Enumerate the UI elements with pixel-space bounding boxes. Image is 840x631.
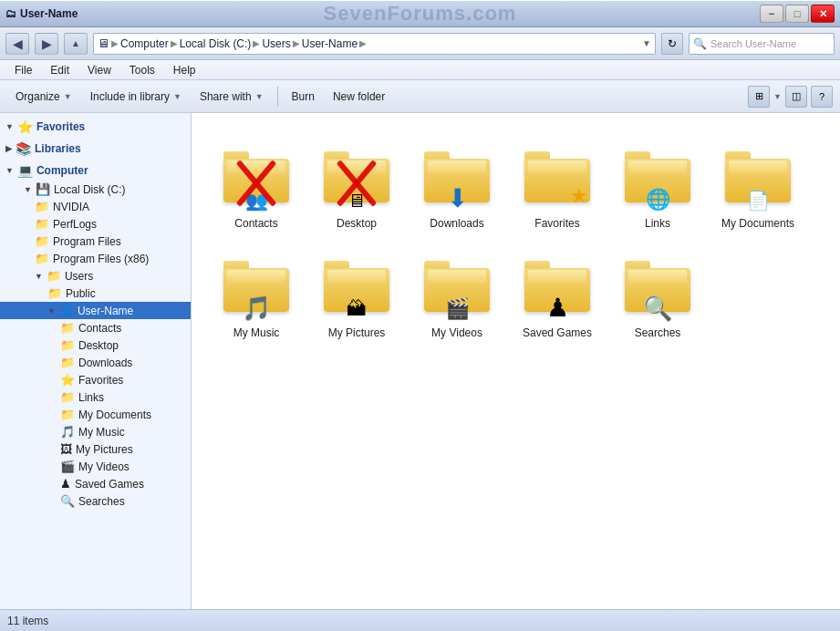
file-item-contacts[interactable]: 👥 Contacts: [206, 128, 306, 237]
back-button[interactable]: ◀: [5, 33, 29, 55]
breadcrumb-username[interactable]: User-Name: [302, 37, 358, 50]
expand-libraries-icon: ▶: [5, 144, 12, 153]
public-folder-icon: 📁: [47, 286, 62, 300]
view-toggle-button[interactable]: ⊞: [748, 86, 770, 108]
perflogs-folder-icon: 📁: [35, 217, 49, 231]
sidebar-item-favorites-sub[interactable]: ⭐ Favorites: [0, 371, 191, 388]
new-folder-button[interactable]: New folder: [325, 84, 393, 109]
sidebar-section-favorites: ▼ ⭐ Favorites: [0, 117, 191, 137]
sidebar-item-perflogs[interactable]: 📁 PerfLogs: [0, 215, 191, 233]
close-button[interactable]: ✕: [811, 5, 835, 23]
sidebar-users-label: Users: [65, 270, 93, 283]
file-item-searches[interactable]: 🔍 Searches: [607, 237, 708, 347]
sidebar-item-searches[interactable]: 🔍 Searches: [0, 492, 191, 510]
maximize-button[interactable]: □: [785, 5, 809, 23]
menu-help[interactable]: Help: [166, 62, 203, 78]
title-bar-buttons: − □ ✕: [760, 5, 835, 23]
sidebar-item-downloads[interactable]: 📁 Downloads: [0, 354, 191, 371]
help-button[interactable]: ?: [811, 86, 833, 108]
file-icon-my-pictures: 🏔: [320, 250, 393, 323]
address-bar[interactable]: 🖥 ▶ Computer ▶ Local Disk (C:) ▶ Users ▶…: [93, 33, 656, 55]
sidebar-item-local-disk[interactable]: ▼ 💾 Local Disk (C:): [0, 181, 191, 198]
sidebar-downloads-label: Downloads: [78, 357, 132, 369]
burn-button[interactable]: Burn: [284, 84, 323, 109]
mymusic-folder-icon: 🎵: [60, 425, 75, 439]
sidebar-item-my-videos[interactable]: 🎬 My Videos: [0, 458, 191, 475]
forward-button[interactable]: ▶: [35, 33, 58, 55]
sidebar-item-username[interactable]: ▼ 👤 User-Name: [0, 302, 191, 319]
breadcrumb-sep-3: ▶: [293, 38, 300, 48]
share-with-button[interactable]: Share with ▼: [192, 84, 272, 109]
sidebar-item-users[interactable]: ▼ 📁 Users: [0, 267, 191, 284]
sidebar-item-program-files[interactable]: 📁 Program Files: [0, 233, 191, 250]
file-item-my-videos[interactable]: 🎬 My Videos: [407, 237, 507, 347]
file-item-downloads[interactable]: ⬇ Downloads: [407, 128, 507, 237]
preview-pane-button[interactable]: ◫: [785, 86, 807, 108]
expand-localdisk-icon: ▼: [24, 185, 32, 194]
mymusic-folder-sheen: [227, 270, 285, 284]
window-title: User-Name: [20, 7, 78, 20]
menu-file[interactable]: File: [7, 62, 39, 78]
nvidia-folder-icon: 📁: [35, 200, 49, 213]
file-item-my-pictures[interactable]: 🏔 My Pictures: [306, 237, 407, 347]
file-icon-contacts: 👥: [220, 140, 293, 213]
address-dropdown-button[interactable]: ▼: [642, 38, 651, 48]
sidebar-item-my-pictures[interactable]: 🖼 My Pictures: [0, 440, 191, 458]
sidebar-item-links[interactable]: 📁 Links: [0, 388, 191, 406]
up-button[interactable]: ▲: [64, 33, 88, 55]
breadcrumb-disk[interactable]: Local Disk (C:): [180, 37, 252, 50]
searches-folder-icon: 🔍: [60, 494, 75, 508]
sidebar-item-desktop[interactable]: 📁 Desktop: [0, 336, 191, 354]
mydocuments-folder-icon: 📁: [60, 408, 75, 421]
file-item-desktop[interactable]: 🖥 Desktop: [306, 128, 407, 237]
minimize-button[interactable]: −: [760, 5, 783, 23]
sidebar-header-favorites[interactable]: ▼ ⭐ Favorites: [0, 117, 191, 137]
sidebar-item-public[interactable]: 📁 Public: [0, 284, 191, 302]
sidebar-item-saved-games[interactable]: ♟ Saved Games: [0, 475, 191, 492]
sidebar-searches-label: Searches: [78, 495, 125, 508]
menu-edit[interactable]: Edit: [43, 62, 77, 78]
file-item-my-music[interactable]: 🎵 My Music: [206, 237, 306, 347]
breadcrumb-users[interactable]: Users: [262, 37, 290, 50]
sidebar-savedgames-label: Saved Games: [75, 478, 144, 491]
sidebar-header-computer[interactable]: ▼ 💻 Computer: [0, 160, 191, 181]
file-label-downloads: Downloads: [430, 217, 483, 230]
localdisk-icon: 💾: [36, 182, 50, 196]
savedgames-folder-icon: ♟: [60, 477, 71, 491]
toolbar: Organize ▼ Include in library ▼ Share wi…: [0, 80, 840, 113]
file-item-favorites[interactable]: ★ Favorites: [507, 128, 607, 237]
sidebar-item-my-documents[interactable]: 📁 My Documents: [0, 406, 191, 423]
file-icon-my-videos: 🎬: [420, 250, 493, 323]
include-in-library-button[interactable]: Include in library ▼: [82, 84, 190, 109]
downloads-overlay-icon: ⬇: [447, 183, 468, 213]
view-dropdown-arrow[interactable]: ▼: [773, 92, 782, 101]
links-overlay-icon: 🌐: [646, 188, 670, 212]
myvideos-overlay-icon: 🎬: [445, 297, 470, 321]
menu-tools[interactable]: Tools: [122, 62, 162, 78]
file-label-my-documents: My Documents: [721, 217, 794, 230]
sidebar-item-my-music[interactable]: 🎵 My Music: [0, 423, 191, 440]
sidebar-item-contacts[interactable]: 📁 Contacts: [0, 319, 191, 336]
breadcrumb-computer[interactable]: Computer: [120, 37, 169, 50]
file-item-links[interactable]: 🌐 Links: [607, 128, 708, 237]
downloads-folder-icon: 📁: [60, 356, 75, 369]
organize-button[interactable]: Organize ▼: [7, 84, 80, 109]
file-icon-searches: 🔍: [621, 250, 694, 323]
file-icon-desktop: 🖥: [320, 140, 393, 213]
favorites-folder-sheen: [528, 160, 586, 175]
sidebar-section-computer: ▼ 💻 Computer ▼ 💾 Local Disk (C:) 📁 NVIDI…: [0, 160, 191, 510]
file-label-links: Links: [645, 217, 670, 230]
sidebar-links-label: Links: [78, 391, 104, 404]
sidebar-item-nvidia[interactable]: 📁 NVIDIA: [0, 198, 191, 215]
refresh-button[interactable]: ↻: [661, 33, 683, 55]
menu-view[interactable]: View: [80, 62, 119, 78]
file-label-favorites: Favorites: [534, 217, 579, 230]
sidebar-header-libraries[interactable]: ▶ 📚 Libraries: [0, 139, 191, 159]
file-item-saved-games[interactable]: ♟ Saved Games: [507, 237, 607, 347]
watermark: SevenForums.com: [324, 2, 517, 26]
search-bar[interactable]: 🔍 Search User-Name: [689, 33, 835, 55]
favorites-sub-icon: ⭐: [60, 373, 75, 387]
sidebar-item-program-files-x86[interactable]: 📁 Program Files (x86): [0, 250, 191, 267]
file-item-my-documents[interactable]: 📄 My Documents: [708, 128, 808, 237]
sidebar-mydocuments-label: My Documents: [78, 409, 151, 421]
